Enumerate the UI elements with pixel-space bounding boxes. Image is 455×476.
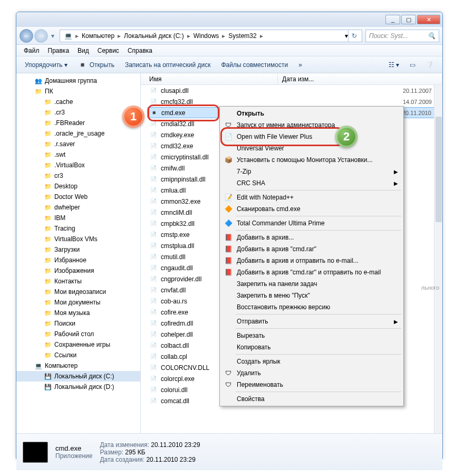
sidebar-folder-Doctor Web[interactable]: 📁Doctor Web — [16, 192, 140, 202]
bc-disk-c[interactable]: Локальный диск (C:) — [122, 32, 186, 40]
burn-button[interactable]: Записать на оптический диск — [120, 61, 216, 69]
ctx-item[interactable]: 🛡Переименовать — [221, 379, 402, 391]
minimize-button[interactable]: _ — [385, 15, 400, 24]
ctx-label: Свойства — [237, 395, 265, 403]
column-name[interactable]: Имя — [145, 73, 278, 84]
file-row[interactable]: 📄clusapi.dll20.11.2007 — [147, 85, 442, 96]
sidebar-folder-Сохраненные игры[interactable]: 📁Сохраненные игры — [16, 339, 140, 350]
ctx-item[interactable]: 📕Добавить в архив... — [221, 232, 402, 243]
menu-вид[interactable]: Вид — [73, 47, 93, 54]
bc-computer-icon[interactable]: 💻 — [62, 32, 74, 40]
scrollbar-thumb[interactable] — [435, 117, 442, 222]
sidebar-folder-Мои видеозаписи[interactable]: 📁Мои видеозаписи — [16, 287, 140, 297]
sidebar-folder-Загрузки[interactable]: 📁Загрузки — [16, 244, 140, 255]
forward-button[interactable]: → — [34, 29, 48, 43]
ctx-item[interactable]: 📦Установить с помощью Монитора Установки… — [221, 154, 402, 166]
ctx-item[interactable]: 📝Edit with Notepad++ — [221, 192, 402, 203]
ctx-item[interactable]: Восстановить прежнюю версию — [221, 301, 402, 313]
sidebar-folder-Контакты[interactable]: 📁Контакты — [16, 276, 140, 287]
sidebar-folder-.oracle_jre_usage[interactable]: 📁.oracle_jre_usage — [16, 128, 140, 139]
ctx-item[interactable]: Universal Viewer — [221, 142, 402, 154]
file-row[interactable]: 📄cmcfg32.dll14.07.2009 — [147, 96, 442, 107]
ctx-item[interactable]: Свойства — [221, 393, 402, 405]
sidebar-drive-0[interactable]: 💾Локальный диск (C:) — [16, 371, 140, 382]
open-button[interactable]: ◾ Открыть — [73, 60, 120, 70]
sidebar-folder-Моя музыка[interactable]: 📁Моя музыка — [16, 308, 140, 318]
nav-history-dropdown[interactable]: ▾ — [49, 32, 56, 40]
ctx-item[interactable]: Закрепить в меню "Пуск" — [221, 290, 402, 301]
sidebar-Домашняя группа[interactable]: 👥Домашняя группа — [16, 75, 140, 86]
tree-label: VirtualBox VMs — [54, 235, 98, 243]
sidebar-folder-VirtualBox VMs[interactable]: 📁VirtualBox VMs — [16, 234, 140, 244]
ctx-item[interactable]: 📕Добавить в архив "cmd.rar" и отправить … — [221, 266, 402, 278]
sidebar-folder-Изображения[interactable]: 📁Изображения — [16, 265, 140, 276]
ctx-item[interactable]: 🛡Удалить — [221, 367, 402, 379]
ctx-item[interactable]: 🛡Запуск от имени администратора — [221, 119, 402, 131]
scrollbar[interactable] — [434, 85, 442, 433]
ctx-icon: 📝 — [223, 192, 234, 203]
ctx-item[interactable]: 🔷Total Commander Ultima Prime — [221, 217, 402, 229]
ctx-item[interactable]: Вырезать — [221, 330, 402, 341]
breadcrumb[interactable]: 💻 ▸ Компьютер ▸ Локальный диск (C:) ▸ Wi… — [60, 30, 362, 42]
organize-button[interactable]: Упорядочить ▾ — [20, 61, 73, 69]
back-button[interactable]: ← — [20, 29, 33, 43]
folder-icon: 📁 — [44, 256, 52, 264]
ctx-item[interactable]: Создать ярлык — [221, 356, 402, 367]
menu-справка[interactable]: Справка — [123, 47, 157, 54]
sidebar-folder-Desktop[interactable]: 📁Desktop — [16, 181, 140, 192]
bc-computer[interactable]: Компьютер — [80, 32, 117, 40]
search-input[interactable]: Поиск: Syst... 🔍 — [365, 30, 439, 42]
ctx-label: Вырезать — [237, 332, 265, 339]
ctx-item[interactable]: CRC SHA▶ — [221, 177, 402, 189]
close-button[interactable]: ✕ — [417, 15, 440, 24]
bc-system32[interactable]: System32 — [226, 32, 258, 40]
preview-pane-button[interactable]: ▭ — [404, 61, 421, 69]
sidebar-folder-Рабочий стол[interactable]: 📁Рабочий стол — [16, 329, 140, 339]
context-menu[interactable]: Открыть🛡Запуск от имени администратора📄O… — [219, 106, 404, 406]
ctx-item[interactable]: 📕Добавить в архив и отправить по e-mail.… — [221, 255, 402, 266]
ctx-item[interactable]: Копировать — [221, 341, 402, 353]
search-placeholder: Поиск: Syst... — [369, 32, 408, 40]
sidebar-folder-Ссылки[interactable]: 📁Ссылки — [16, 350, 140, 360]
sidebar-folder-.cr3[interactable]: 📁.cr3 — [16, 107, 140, 118]
menu-файл[interactable]: Файл — [20, 47, 44, 54]
ctx-item[interactable]: Отправить▶ — [221, 316, 402, 327]
bc-windows[interactable]: Windows — [191, 32, 221, 40]
sidebar-folder-.VirtualBox[interactable]: 📁.VirtualBox — [16, 160, 140, 170]
sidebar-folder-IBM[interactable]: 📁IBM — [16, 213, 140, 223]
sidebar-folder-Поиски[interactable]: 📁Поиски — [16, 318, 140, 329]
menu-сервис[interactable]: Сервис — [93, 47, 123, 54]
sidebar-folder-Мои документы[interactable]: 📁Мои документы — [16, 297, 140, 308]
ctx-item[interactable]: Закрепить на панели задач — [221, 278, 402, 290]
file-date: 20.11.2010 — [402, 110, 431, 116]
refresh-icon[interactable]: ↻ — [348, 30, 360, 42]
help-button[interactable]: ❔ — [421, 61, 439, 69]
ctx-item[interactable]: 7-Zip▶ — [221, 166, 402, 177]
sidebar-folder-Tracing[interactable]: 📁Tracing — [16, 223, 140, 234]
column-date[interactable]: Дата изм... — [278, 73, 442, 84]
sidebar-folder-dwhelper[interactable]: 📁dwhelper — [16, 202, 140, 213]
view-options-button[interactable]: ☷ ▾ — [383, 61, 404, 69]
sidebar-folder-Избранное[interactable]: 📁Избранное — [16, 255, 140, 265]
column-header: Имя Дата изм... — [141, 73, 442, 85]
file-name: cmlua.dll — [161, 187, 186, 194]
sidebar-folder-.r.saver[interactable]: 📁.r.saver — [16, 139, 140, 149]
search-icon: 🔍 — [428, 32, 435, 40]
sidebar-folder-.FBReader[interactable]: 📁.FBReader — [16, 118, 140, 128]
sidebar-folder-cr3[interactable]: 📁cr3 — [16, 170, 140, 181]
compat-button[interactable]: Файлы совместимости — [216, 61, 293, 69]
sidebar-folder-.cache[interactable]: 📁.cache — [16, 97, 140, 107]
tree-label: dwhelper — [54, 204, 80, 211]
sidebar-folder-.swt[interactable]: 📁.swt — [16, 149, 140, 160]
sidebar-ПК[interactable]: 📁ПК — [16, 86, 140, 97]
ctx-item[interactable]: 🔶Сканировать cmd.exe — [221, 203, 402, 215]
maximize-button[interactable]: ▢ — [401, 15, 416, 24]
menu-правка[interactable]: Правка — [44, 47, 74, 54]
sidebar-drive-1[interactable]: 💾Локальный диск (D:) — [16, 382, 140, 392]
file-icon: 📄 — [149, 242, 158, 250]
more-button[interactable]: » — [293, 61, 307, 69]
ctx-item[interactable]: 📄Open with File Viewer Plus — [221, 131, 402, 142]
sidebar-computer[interactable]: 💻Компьютер — [16, 360, 140, 371]
ctx-item[interactable]: 📕Добавить в архив "cmd.rar" — [221, 243, 402, 255]
ctx-item[interactable]: Открыть — [221, 108, 402, 119]
